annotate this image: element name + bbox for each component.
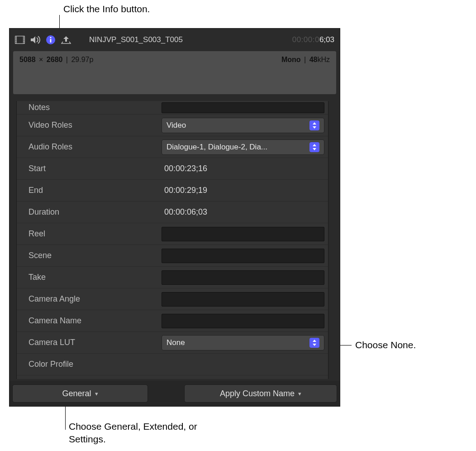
info-inspector-panel: NINJVP_S001_S003_T005 00:00:06;03 5088 ×… bbox=[9, 28, 340, 407]
frame-rate: 29.97p bbox=[71, 56, 93, 63]
svg-marker-16 bbox=[313, 148, 316, 150]
callout-none: Choose None. bbox=[355, 339, 416, 351]
video-format: 5088 × 2680 | 29.97p bbox=[19, 56, 93, 64]
label-start: Start bbox=[17, 164, 162, 173]
callout-general: Choose General, Extended, or Settings. bbox=[69, 420, 214, 446]
label-notes: Notes bbox=[17, 103, 162, 112]
row-reel: Reel bbox=[17, 223, 328, 245]
svg-marker-9 bbox=[31, 36, 35, 43]
svg-marker-18 bbox=[313, 344, 316, 346]
row-end: End 00:00:29;19 bbox=[17, 180, 328, 202]
label-end: End bbox=[17, 186, 162, 195]
camera-name-field[interactable] bbox=[162, 314, 324, 328]
svg-marker-15 bbox=[313, 144, 316, 146]
row-take: Take bbox=[17, 267, 328, 288]
info-inspector-icon[interactable] bbox=[46, 35, 56, 45]
row-scene: Scene bbox=[17, 245, 328, 267]
label-camera-name: Camera Name bbox=[17, 316, 162, 326]
apply-custom-name-label: Apply Custom Name bbox=[220, 389, 295, 398]
camera-lut-value: None bbox=[167, 338, 309, 347]
svg-marker-13 bbox=[313, 122, 316, 125]
label-video-roles: Video Roles bbox=[17, 120, 162, 130]
camera-angle-field[interactable] bbox=[162, 292, 324, 307]
clip-duration-value: 6;03 bbox=[319, 35, 334, 44]
row-start: Start 00:00:23;16 bbox=[17, 158, 328, 180]
clip-duration-prefix: 00:00:0 bbox=[292, 35, 319, 44]
audio-roles-value: Dialogue-1, Dialogue-2, Dia... bbox=[167, 143, 309, 152]
row-audio-roles: Audio Roles Dialogue-1, Dialogue-2, Dia.… bbox=[17, 136, 328, 158]
row-camera-name: Camera Name bbox=[17, 310, 328, 332]
start-value: 00:00:23;16 bbox=[162, 164, 207, 173]
end-value: 00:00:29;19 bbox=[162, 186, 207, 195]
notes-field[interactable] bbox=[162, 102, 324, 113]
audio-channels: Mono bbox=[281, 56, 301, 63]
format-summary: 5088 × 2680 | 29.97p Mono | 48kHz bbox=[13, 51, 336, 94]
label-audio-roles: Audio Roles bbox=[17, 142, 162, 152]
label-color-profile: Color Profile bbox=[17, 360, 162, 369]
clip-name: NINJVP_S001_S003_T005 bbox=[89, 35, 183, 44]
properties-scroll[interactable]: Notes Video Roles Video Audio Roles Dial… bbox=[10, 101, 340, 379]
resolution-height: 2680 bbox=[47, 56, 63, 63]
row-color-profile: Color Profile bbox=[17, 354, 328, 375]
reel-field[interactable] bbox=[162, 227, 324, 241]
video-roles-value: Video bbox=[167, 121, 309, 130]
svg-marker-14 bbox=[313, 126, 316, 129]
inspector-toolbar: NINJVP_S001_S003_T005 00:00:06;03 bbox=[10, 29, 340, 51]
label-take: Take bbox=[17, 273, 162, 282]
video-inspector-icon[interactable] bbox=[15, 36, 25, 44]
callout-line-general bbox=[65, 403, 66, 430]
resolution-width: 5088 bbox=[19, 56, 36, 63]
row-duration: Duration 00:00:06;03 bbox=[17, 202, 328, 223]
duration-value: 00:00:06;03 bbox=[162, 207, 207, 217]
camera-lut-select[interactable]: None bbox=[162, 335, 324, 350]
apply-custom-name-button[interactable]: Apply Custom Name ▾ bbox=[184, 384, 337, 403]
row-notes: Notes bbox=[17, 101, 328, 115]
label-camera-lut: Camera LUT bbox=[17, 338, 162, 347]
label-scene: Scene bbox=[17, 251, 162, 260]
chevron-updown-icon bbox=[309, 142, 319, 152]
label-camera-angle: Camera Angle bbox=[17, 294, 162, 304]
audio-format: Mono | 48kHz bbox=[281, 56, 330, 64]
svg-point-11 bbox=[50, 37, 51, 38]
metadata-view-button[interactable]: General ▾ bbox=[12, 384, 148, 403]
share-inspector-icon[interactable] bbox=[61, 35, 71, 44]
audio-roles-select[interactable]: Dialogue-1, Dialogue-2, Dia... bbox=[162, 139, 324, 155]
row-video-roles: Video Roles Video bbox=[17, 115, 328, 136]
svg-rect-12 bbox=[50, 39, 52, 43]
video-roles-select[interactable]: Video bbox=[162, 118, 324, 133]
audio-inspector-icon[interactable] bbox=[30, 36, 40, 44]
svg-marker-17 bbox=[313, 340, 316, 342]
clip-duration: 00:00:06;03 bbox=[292, 35, 334, 44]
metadata-view-label: General bbox=[62, 389, 91, 398]
audio-rate-unit: kHz bbox=[317, 56, 330, 63]
chevron-down-icon: ▾ bbox=[298, 390, 301, 397]
label-reel: Reel bbox=[17, 229, 162, 239]
scene-field[interactable] bbox=[162, 249, 324, 263]
label-duration: Duration bbox=[17, 207, 162, 217]
row-camera-angle: Camera Angle bbox=[17, 288, 328, 310]
take-field[interactable] bbox=[162, 270, 324, 285]
audio-rate: 48 bbox=[309, 56, 318, 63]
chevron-updown-icon bbox=[309, 120, 319, 130]
properties-list: Notes Video Roles Video Audio Roles Dial… bbox=[16, 101, 328, 379]
callout-info: Click the Info button. bbox=[63, 3, 150, 15]
chevron-updown-icon bbox=[309, 338, 319, 348]
bottom-bar: General ▾ Apply Custom Name ▾ bbox=[10, 381, 340, 406]
chevron-down-icon: ▾ bbox=[95, 390, 98, 397]
row-camera-lut: Camera LUT None bbox=[17, 332, 328, 354]
